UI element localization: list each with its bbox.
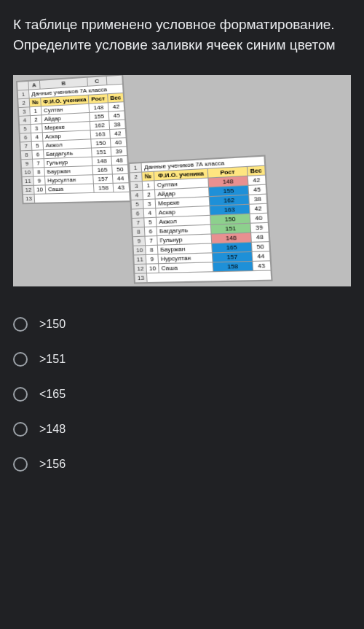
embedded-screenshot: A B C 1Данные учеников 7А класса 2 № Ф.И… bbox=[13, 75, 351, 286]
radio-icon bbox=[13, 387, 28, 402]
spreadsheet-formatted: 1Данные учеников 7А класса 2 № Ф.И.О. уч… bbox=[128, 155, 272, 284]
spreadsheet-plain: A B C 1Данные учеников 7А класса 2 № Ф.И… bbox=[16, 75, 131, 204]
radio-icon bbox=[13, 422, 28, 437]
question-text: К таблице применено условное форматирова… bbox=[13, 15, 351, 55]
option-gt-151[interactable]: >151 bbox=[13, 342, 351, 377]
option-gt-150[interactable]: >150 bbox=[13, 307, 351, 342]
option-label: >148 bbox=[39, 423, 66, 436]
radio-icon bbox=[13, 457, 28, 472]
answer-options: >150 >151 <165 >148 >156 bbox=[13, 307, 351, 482]
option-gt-148[interactable]: >148 bbox=[13, 412, 351, 447]
option-label: <165 bbox=[39, 388, 66, 401]
option-gt-156[interactable]: >156 bbox=[13, 447, 351, 482]
option-label: >150 bbox=[39, 318, 66, 331]
radio-icon bbox=[13, 317, 28, 332]
radio-icon bbox=[13, 352, 28, 367]
option-label: >156 bbox=[39, 458, 66, 471]
option-lt-165[interactable]: <165 bbox=[13, 377, 351, 412]
option-label: >151 bbox=[39, 353, 66, 366]
